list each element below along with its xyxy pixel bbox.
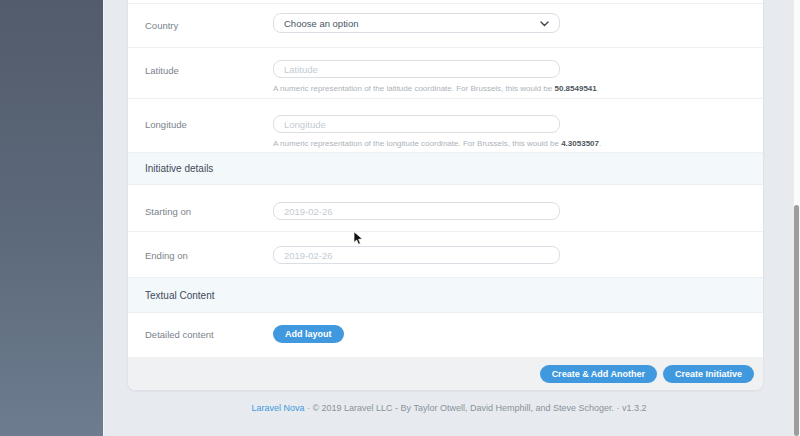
form-row-latitude: Latitude A numeric representation of the… [128, 48, 763, 99]
form-actions-bar: Create & Add Another Create Initiative [128, 358, 763, 390]
starting-on-input[interactable] [273, 202, 560, 220]
create-and-add-another-button[interactable]: Create & Add Another [540, 365, 657, 383]
detailed-content-label: Detailed content [145, 313, 273, 357]
ending-on-input[interactable] [273, 246, 560, 264]
main-content: Country Choose an option Latitude A nume… [103, 0, 793, 436]
scrollbar-thumb[interactable] [794, 205, 799, 436]
country-label: Country [145, 4, 273, 47]
form-row-starting-on: Starting on [128, 185, 763, 232]
longitude-input[interactable] [273, 115, 560, 133]
footer-copyright: © 2019 Laravel LLC - By Taylor Otwell, D… [312, 403, 614, 413]
form-row-detailed-content: Detailed content Add layout [128, 313, 763, 358]
sidebar [0, 0, 103, 436]
country-select-value: Choose an option [284, 18, 358, 29]
ending-on-label: Ending on [145, 232, 273, 277]
longitude-label: Longitude [145, 99, 273, 152]
longitude-help-text: A numeric representation of the longitud… [273, 139, 746, 148]
latitude-help-text: A numeric representation of the latitude… [273, 84, 746, 93]
footer-separator: · [307, 403, 310, 413]
scrollbar-track[interactable] [793, 0, 800, 436]
form-row-country: Country Choose an option [128, 4, 763, 48]
laravel-nova-link[interactable]: Laravel Nova [251, 403, 304, 413]
footer-separator: · [617, 403, 620, 413]
chevron-down-icon [540, 18, 549, 29]
add-layout-button[interactable]: Add layout [273, 325, 344, 343]
latitude-input[interactable] [273, 60, 560, 78]
create-initiative-button[interactable]: Create Initiative [663, 365, 754, 383]
form-row-ending-on: Ending on [128, 232, 763, 278]
footer-version: v1.3.2 [622, 403, 647, 413]
country-select[interactable]: Choose an option [273, 13, 560, 33]
latitude-label: Latitude [145, 48, 273, 98]
section-heading-textual-content: Textual Content [128, 278, 763, 313]
page-footer: Laravel Nova · © 2019 Laravel LLC - By T… [104, 403, 794, 413]
create-form-card: Country Choose an option Latitude A nume… [128, 0, 763, 390]
section-heading-initiative-details: Initiative details [128, 153, 763, 185]
form-row-longitude: Longitude A numeric representation of th… [128, 99, 763, 153]
starting-on-label: Starting on [145, 185, 273, 231]
